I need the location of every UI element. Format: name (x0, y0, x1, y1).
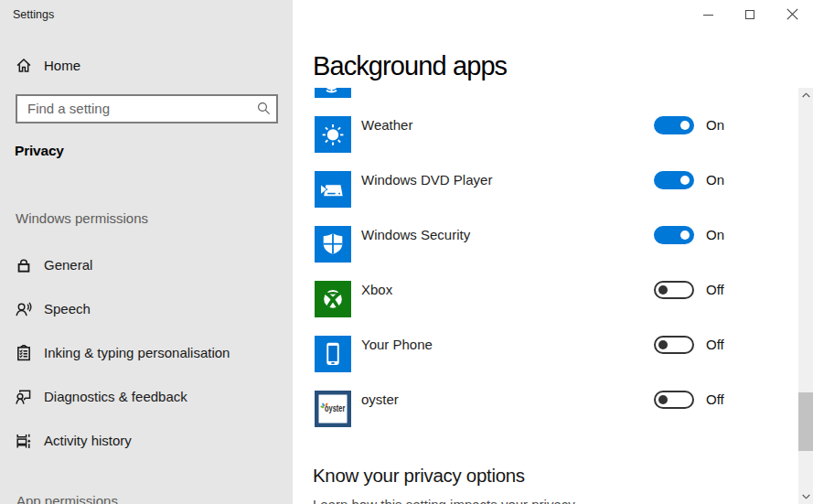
speech-icon (16, 301, 32, 317)
maximize-button[interactable] (729, 0, 771, 28)
scrollbar[interactable] (798, 88, 813, 504)
app-list: Weather On Windows DVD Player On (293, 88, 798, 504)
app-row-voice-recorder (315, 88, 798, 116)
toggle-knob (658, 340, 668, 349)
app-row-oyster: oyster oyster Off (315, 391, 798, 445)
sidebar-item-diagnostics[interactable]: Diagnostics & feedback (0, 375, 293, 419)
xbox-toggle[interactable] (654, 281, 694, 299)
windows-security-toggle[interactable] (654, 226, 694, 244)
sidebar: Settings Home Privacy Windows permission… (0, 0, 293, 504)
toggle-knob (680, 121, 690, 130)
minimize-icon (703, 15, 713, 16)
svg-text:oyster: oyster (325, 403, 345, 413)
lock-icon (16, 257, 32, 273)
page-title: Background apps (313, 48, 507, 84)
section-header-app-permissions: App permissions (16, 492, 118, 504)
app-name: Your Phone (361, 338, 433, 351)
category-title: Privacy (15, 142, 64, 160)
scrollbar-thumb[interactable] (798, 392, 813, 451)
weather-tile-icon (315, 116, 351, 153)
toggle-state-label: On (706, 119, 724, 132)
search-input[interactable] (17, 96, 276, 122)
app-name: Xbox (361, 284, 392, 296)
app-row-your-phone: Your Phone Off (315, 336, 798, 391)
section-header-windows-permissions: Windows permissions (16, 209, 148, 228)
app-name: Windows Security (361, 229, 470, 241)
chevron-up-icon (802, 92, 810, 98)
sidebar-nav: General Speech (0, 243, 293, 463)
your-phone-toggle[interactable] (654, 336, 694, 354)
app-name: Weather (361, 119, 412, 132)
toggle-knob (680, 176, 690, 185)
scrollbar-down-button[interactable] (798, 489, 813, 504)
privacy-options-heading: Know your privacy options (313, 463, 798, 488)
privacy-learn-link[interactable]: Learn how this setting impacts your priv… (313, 496, 798, 504)
xbox-tile-icon (315, 281, 351, 317)
security-tile-icon (315, 226, 351, 263)
dvd-player-tile-icon (315, 171, 351, 208)
chevron-down-icon (802, 494, 810, 499)
sidebar-item-activity[interactable]: Activity history (0, 419, 293, 463)
maximize-icon (744, 9, 755, 20)
sidebar-item-inking[interactable]: Inking & typing personalisation (0, 331, 293, 375)
voice-recorder-tile-icon (315, 88, 351, 98)
search-icon (257, 102, 271, 115)
app-row-windows-security: Windows Security On (315, 226, 798, 281)
toggle-state-label: Off (706, 393, 724, 406)
inking-icon (16, 345, 32, 361)
oyster-toggle[interactable] (654, 391, 694, 409)
activity-icon (16, 433, 32, 449)
sidebar-item-general[interactable]: General (0, 243, 293, 287)
search-box (16, 94, 278, 123)
scrollbar-up-button[interactable] (798, 88, 813, 102)
sidebar-item-speech[interactable]: Speech (0, 287, 293, 331)
toggle-knob (658, 395, 668, 404)
toggle-knob (658, 285, 668, 295)
oyster-tile-icon: oyster (315, 391, 351, 427)
app-name: oyster (361, 393, 399, 406)
close-icon (786, 8, 798, 20)
app-row-xbox: Xbox Off (315, 281, 798, 336)
close-button[interactable] (771, 0, 813, 28)
app-name: Windows DVD Player (361, 174, 492, 187)
sidebar-item-home[interactable]: Home (0, 56, 293, 75)
toggle-knob (680, 231, 690, 240)
toggle-state-label: On (706, 174, 724, 187)
toggle-state-label: Off (706, 284, 724, 296)
window-title: Settings (13, 8, 54, 22)
minimize-button[interactable] (687, 0, 729, 28)
toggle-state-label: Off (706, 338, 724, 351)
weather-toggle[interactable] (654, 116, 694, 134)
home-label: Home (44, 56, 80, 75)
app-row-windows-dvd-player: Windows DVD Player On (315, 171, 798, 226)
feedback-icon (16, 389, 32, 405)
windows-dvd-player-toggle[interactable] (654, 171, 694, 189)
app-row-weather: Weather On (315, 116, 798, 171)
toggle-state-label: On (706, 229, 724, 241)
home-icon (16, 58, 31, 73)
your-phone-tile-icon (315, 336, 351, 372)
